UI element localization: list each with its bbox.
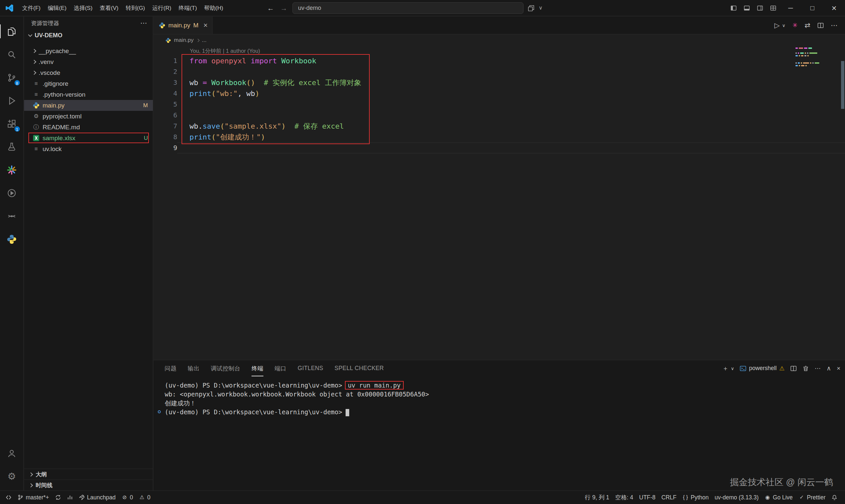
close-tab-icon[interactable]: × [203, 21, 208, 30]
run-python-file-icon[interactable]: ▷ [774, 21, 780, 29]
more-actions-icon[interactable]: ⋯ [831, 21, 838, 29]
close-panel-icon[interactable]: × [837, 365, 840, 372]
status-sync[interactable] [52, 491, 64, 504]
menu-item[interactable]: 帮助(H) [201, 2, 227, 14]
new-terminal-icon[interactable]: ＋ [722, 364, 728, 373]
workspace-root-folder[interactable]: UV-DEMO [24, 30, 153, 41]
menu-item[interactable]: 查看(V) [96, 2, 122, 14]
file-tree-item[interactable]: main.pyM [24, 100, 153, 111]
status-indentation[interactable]: 空格: 4 [612, 491, 636, 504]
panel-tab[interactable]: 调试控制台 [211, 360, 241, 376]
code-line[interactable]: 4print("wb:", wb) [154, 88, 845, 99]
maximize-button[interactable]: □ [802, 0, 823, 16]
file-tree-item[interactable]: ≡.gitignore [24, 78, 153, 89]
panel-tab[interactable]: 输出 [188, 360, 200, 376]
terminal[interactable]: (uv-demo) PS D:\workspace\vue-learning\u… [154, 376, 845, 417]
split-editor-icon[interactable] [817, 22, 824, 29]
code-line[interactable]: 2 [154, 66, 845, 77]
more-actions-icon[interactable]: ⋯ [140, 19, 147, 27]
status-go-live[interactable]: ◉Go Live [761, 491, 795, 504]
code-line[interactable]: 5 [154, 99, 845, 110]
maximize-panel-icon[interactable]: ∧ [827, 364, 831, 372]
status-warnings[interactable]: ⚠0 [136, 491, 154, 504]
status-cursor-position[interactable]: 行 9, 列 1 [582, 491, 612, 504]
status-python-interpreter[interactable]: uv-demo (3.13.3) [712, 491, 761, 504]
breadcrumb-file[interactable]: main.py [174, 37, 194, 43]
activity-settings[interactable]: ⚙ [0, 465, 24, 488]
code-editor[interactable]: You, 1分钟前 | 1 author (You) 1from openpyx… [154, 46, 845, 360]
minimize-button[interactable]: ─ [780, 0, 802, 16]
toggle-primary-sidebar-icon[interactable] [727, 0, 740, 16]
status-errors[interactable]: ⊘0 [119, 491, 136, 504]
activity-code-runner[interactable] [0, 181, 24, 204]
status-remote[interactable] [3, 491, 15, 504]
more-actions-icon[interactable]: ⋯ [815, 364, 821, 372]
code-line[interactable]: 1from openpyxl import Workbook [154, 55, 845, 66]
activity-account[interactable] [0, 442, 24, 465]
menu-item[interactable]: 转到(G) [122, 2, 149, 14]
status-eol[interactable]: CRLF [658, 491, 680, 504]
file-tree-item[interactable]: ≡.python-version [24, 89, 153, 100]
activity-source-control[interactable]: 8 [0, 66, 24, 89]
activity-testing[interactable] [0, 135, 24, 158]
chevron-down-icon[interactable]: ∨ [539, 5, 546, 12]
menu-item[interactable]: 运行(R) [148, 2, 175, 14]
menu-item[interactable]: 文件(F) [18, 2, 44, 14]
file-tree-item[interactable]: ⚙pyproject.toml [24, 111, 153, 122]
minimap[interactable] [795, 48, 824, 70]
panel-tab[interactable]: 终端 [251, 360, 263, 376]
menu-item[interactable]: 编辑(E) [44, 2, 70, 14]
file-tree-item[interactable]: __pycache__ [24, 46, 153, 56]
go-back-icon[interactable]: ← [266, 4, 275, 12]
activity-extensions[interactable]: 1 [0, 112, 24, 135]
customize-layout-icon[interactable] [767, 0, 780, 16]
activity-jupyter[interactable] [0, 204, 24, 228]
file-tree-item[interactable]: .venv [24, 56, 153, 67]
status-encoding[interactable]: UTF-8 [636, 491, 658, 504]
status-branch[interactable]: master*+ [15, 491, 52, 504]
kill-terminal-icon[interactable] [803, 365, 809, 372]
sidebar-section[interactable]: 大纲 [24, 469, 153, 480]
panel-tab[interactable]: 端口 [275, 360, 286, 376]
close-button[interactable]: ✕ [823, 0, 845, 16]
file-tree-item[interactable]: .vscode [24, 67, 153, 78]
activity-search[interactable] [0, 43, 24, 66]
activity-explorer[interactable] [0, 20, 24, 43]
new-window-icon[interactable] [527, 5, 535, 12]
toggle-panel-icon[interactable] [740, 0, 753, 16]
run-dropdown-chevron-icon[interactable]: ∨ [782, 23, 785, 28]
scrollbar-thumb[interactable] [841, 61, 844, 109]
file-tree-item[interactable]: ≡uv.lock [24, 143, 153, 155]
status-launchpad[interactable]: Launchpad [76, 491, 119, 504]
go-forward-icon[interactable]: → [279, 4, 288, 12]
code-line[interactable]: 7wb.save("sample.xlsx") # 保存 excel [154, 121, 845, 132]
codelens-blame[interactable]: You, 1分钟前 | 1 author (You) [190, 48, 260, 55]
activity-ai-assistant[interactable] [0, 158, 24, 181]
tab-main-py[interactable]: main.py M × [154, 17, 213, 34]
toggle-secondary-sidebar-icon[interactable] [753, 0, 767, 16]
panel-tab[interactable]: SPELL CHECKER [334, 360, 384, 376]
code-line[interactable]: 8print("创建成功！") [154, 132, 845, 143]
breadcrumb-symbol[interactable]: ... [202, 37, 207, 43]
status-language-mode[interactable]: { }Python [680, 491, 712, 504]
terminal-dropdown-chevron-icon[interactable]: ∨ [731, 366, 734, 371]
panel-tab[interactable]: 问题 [165, 360, 177, 376]
terminal-instance-powershell[interactable]: powershell ⚠ [740, 365, 785, 372]
file-tree-item[interactable]: ⓘREADME.md [24, 122, 153, 132]
file-tree-item[interactable]: sample.xlsxU [24, 132, 153, 143]
status-notifications[interactable] [828, 491, 840, 504]
menu-item[interactable]: 选择(S) [70, 2, 96, 14]
command-center[interactable]: uv-demo [293, 2, 524, 14]
split-terminal-icon[interactable] [790, 365, 797, 372]
panel-tab[interactable]: GITLENS [298, 360, 323, 376]
formatter-extension-icon[interactable]: ✳ [792, 21, 797, 29]
menu-item[interactable]: 终端(T) [175, 2, 201, 14]
activity-run-debug[interactable] [0, 89, 24, 112]
activity-python[interactable] [0, 228, 24, 251]
code-line[interactable]: 6 [154, 110, 845, 121]
sidebar-section[interactable]: 时间线 [24, 480, 153, 490]
code-line[interactable]: 3wb = Workbook() # 实例化 excel 工作簿对象 [154, 77, 845, 88]
status-prettier[interactable]: ✓Prettier [796, 491, 828, 504]
open-changes-icon[interactable]: ⇄ [805, 21, 810, 29]
code-line[interactable]: 9 [154, 143, 845, 154]
